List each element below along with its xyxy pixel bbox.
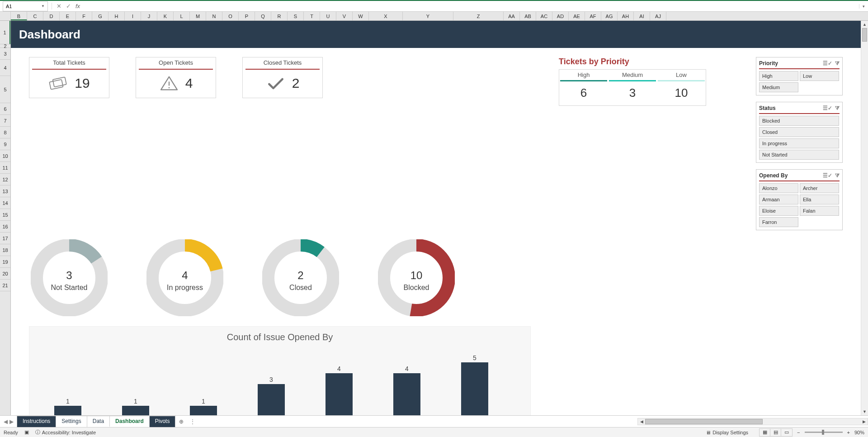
column-header[interactable]: S bbox=[288, 12, 304, 20]
column-header[interactable]: K bbox=[157, 12, 174, 20]
sheet-tab[interactable]: Dashboard bbox=[109, 416, 150, 427]
column-header[interactable]: Z bbox=[453, 12, 504, 20]
column-header[interactable]: AH bbox=[618, 12, 634, 20]
row-header[interactable]: 10 bbox=[0, 150, 10, 162]
row-header[interactable]: 20 bbox=[0, 268, 10, 280]
scroll-thumb[interactable] bbox=[862, 28, 867, 42]
column-header[interactable]: AJ bbox=[650, 12, 666, 20]
donut-chart[interactable]: 10Blocked bbox=[378, 239, 455, 318]
slicer-opened-by[interactable]: Opened By☰✓⧩AlonzoArcherArmaanEllaEloise… bbox=[756, 169, 843, 230]
row-header[interactable]: 2 bbox=[0, 44, 10, 48]
fx-icon[interactable]: fx bbox=[75, 3, 80, 10]
column-header[interactable]: M bbox=[190, 12, 206, 20]
column-header[interactable]: G bbox=[92, 12, 108, 20]
row-header[interactable]: 21 bbox=[0, 280, 10, 291]
column-header[interactable]: O bbox=[222, 12, 239, 20]
name-box-dropdown-icon[interactable]: ▼ bbox=[41, 4, 45, 8]
hscroll-thumb[interactable] bbox=[645, 419, 763, 424]
page-break-view-button[interactable]: ▭ bbox=[781, 429, 792, 436]
formula-bar-expand-icon[interactable]: ▾ bbox=[859, 4, 868, 9]
column-header[interactable]: C bbox=[27, 12, 43, 20]
zoom-in-button[interactable]: + bbox=[847, 430, 850, 435]
column-header[interactable]: V bbox=[336, 12, 353, 20]
column-header[interactable]: Q bbox=[255, 12, 271, 20]
multi-select-icon[interactable]: ☰✓ bbox=[823, 60, 832, 66]
row-header[interactable]: 12 bbox=[0, 174, 10, 185]
column-header[interactable]: P bbox=[239, 12, 255, 20]
column-header[interactable]: AF bbox=[585, 12, 601, 20]
column-header[interactable]: AA bbox=[504, 12, 520, 20]
column-header[interactable]: AD bbox=[552, 12, 569, 20]
column-header[interactable]: AB bbox=[520, 12, 536, 20]
macro-record-icon[interactable]: ▣ bbox=[24, 429, 29, 435]
name-box[interactable]: A1 ▼ bbox=[3, 1, 48, 11]
sheet-tab[interactable]: Instructions bbox=[17, 416, 56, 427]
zoom-level[interactable]: 90% bbox=[854, 430, 864, 435]
vertical-scrollbar[interactable]: ▲ ▼ bbox=[861, 21, 868, 415]
column-header[interactable]: F bbox=[76, 12, 92, 20]
hscroll-left-arrow-icon[interactable]: ◀ bbox=[638, 418, 645, 425]
accessibility-status[interactable]: ⓘ Accessibility: Investigate bbox=[35, 429, 96, 436]
column-header[interactable]: AC bbox=[536, 12, 552, 20]
page-layout-view-button[interactable]: ▤ bbox=[770, 429, 781, 436]
row-header[interactable]: 7 bbox=[0, 115, 10, 127]
column-header[interactable]: T bbox=[304, 12, 320, 20]
slicer-item[interactable]: Closed bbox=[759, 127, 839, 137]
horizontal-scrollbar[interactable]: ◀ ▶ bbox=[637, 418, 868, 425]
tab-prev-icon[interactable]: ◀ bbox=[4, 418, 8, 425]
display-settings-button[interactable]: 🖥 Display Settings bbox=[706, 430, 748, 435]
formula-input[interactable] bbox=[85, 2, 859, 11]
column-header[interactable]: D bbox=[43, 12, 60, 20]
clear-filter-icon[interactable]: ⧩ bbox=[835, 60, 840, 66]
worksheet-area[interactable]: Dashboard Total Tickets19Open Tickets4Cl… bbox=[11, 21, 868, 415]
slicer-status[interactable]: Status☰✓⧩BlockedClosedIn progressNot Sta… bbox=[756, 102, 843, 163]
multi-select-icon[interactable]: ☰✓ bbox=[823, 172, 832, 179]
multi-select-icon[interactable]: ☰✓ bbox=[823, 105, 832, 111]
slicer-item[interactable]: Armaan bbox=[759, 195, 798, 204]
column-header[interactable]: L bbox=[174, 12, 190, 20]
row-header[interactable]: 16 bbox=[0, 221, 10, 233]
slicer-item[interactable]: Medium bbox=[759, 82, 798, 92]
row-header[interactable]: 11 bbox=[0, 162, 10, 174]
sheet-tab[interactable]: Data bbox=[87, 416, 110, 427]
select-all-corner[interactable] bbox=[0, 12, 11, 20]
tab-more-icon[interactable]: ⋮ bbox=[190, 418, 195, 425]
column-header[interactable]: AI bbox=[634, 12, 650, 20]
hscroll-right-arrow-icon[interactable]: ▶ bbox=[860, 418, 868, 425]
tab-next-icon[interactable]: ▶ bbox=[9, 418, 14, 425]
slicer-item[interactable]: Eloise bbox=[759, 206, 798, 216]
slicer-item[interactable]: High bbox=[759, 71, 798, 81]
slicer-priority[interactable]: Priority☰✓⧩HighLowMedium bbox=[756, 57, 843, 95]
column-header[interactable]: Y bbox=[403, 12, 453, 20]
slicer-item[interactable]: Farron bbox=[759, 217, 798, 227]
slicer-item[interactable]: Ella bbox=[800, 195, 839, 204]
column-header[interactable]: E bbox=[60, 12, 76, 20]
column-header[interactable]: R bbox=[271, 12, 288, 20]
slicer-item[interactable]: In progress bbox=[759, 138, 839, 148]
scroll-down-arrow-icon[interactable]: ▼ bbox=[861, 408, 868, 415]
column-header[interactable]: X bbox=[369, 12, 403, 20]
donut-chart[interactable]: 4In progress bbox=[146, 239, 223, 318]
row-header[interactable]: 19 bbox=[0, 256, 10, 268]
issue-by-opener-chart[interactable]: Count of Issue Opened By 1Eloise1Falan1E… bbox=[29, 326, 531, 415]
row-header[interactable]: 9 bbox=[0, 138, 10, 150]
slicer-item[interactable]: Alonzo bbox=[759, 183, 798, 193]
row-header[interactable]: 5 bbox=[0, 76, 10, 103]
row-header[interactable]: 18 bbox=[0, 244, 10, 256]
clear-filter-icon[interactable]: ⧩ bbox=[835, 172, 840, 179]
column-header[interactable]: W bbox=[353, 12, 369, 20]
clear-filter-icon[interactable]: ⧩ bbox=[835, 105, 840, 111]
row-header[interactable]: 15 bbox=[0, 209, 10, 221]
row-header[interactable]: 17 bbox=[0, 233, 10, 244]
zoom-out-button[interactable]: − bbox=[797, 430, 800, 435]
column-header[interactable]: AE bbox=[569, 12, 585, 20]
column-header[interactable]: N bbox=[206, 12, 222, 20]
row-header[interactable]: 6 bbox=[0, 103, 10, 115]
column-header[interactable]: H bbox=[108, 12, 125, 20]
column-header[interactable]: I bbox=[125, 12, 141, 20]
slicer-item[interactable]: Low bbox=[800, 71, 839, 81]
row-header[interactable]: 13 bbox=[0, 185, 10, 197]
normal-view-button[interactable]: ▦ bbox=[760, 429, 770, 436]
slicer-item[interactable]: Falan bbox=[800, 206, 839, 216]
row-header[interactable]: 4 bbox=[0, 60, 10, 76]
